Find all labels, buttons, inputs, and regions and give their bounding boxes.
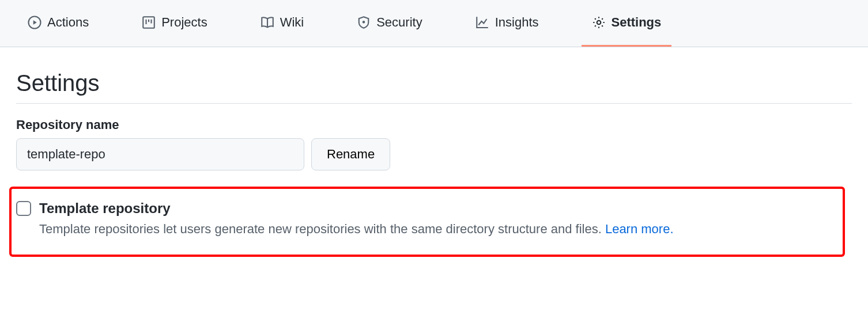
- repo-name-input[interactable]: [16, 138, 304, 170]
- tab-insights[interactable]: Insights: [465, 0, 549, 47]
- tab-settings[interactable]: Settings: [582, 0, 672, 47]
- template-repo-desc-text: Template repositories let users generate…: [39, 222, 605, 236]
- gear-icon: [592, 16, 606, 29]
- svg-rect-1: [143, 17, 154, 28]
- tab-security[interactable]: Security: [346, 0, 432, 47]
- tab-projects[interactable]: Projects: [131, 0, 217, 47]
- settings-main: Settings Repository name Rename Template…: [0, 47, 868, 291]
- tab-wiki[interactable]: Wiki: [250, 0, 315, 47]
- tab-label: Settings: [612, 15, 662, 30]
- tab-label: Actions: [47, 15, 89, 30]
- repo-tabnav: Actions Projects Wiki Security Insights …: [0, 0, 868, 47]
- shield-icon: [357, 16, 371, 29]
- svg-point-6: [363, 21, 364, 22]
- project-icon: [142, 16, 156, 29]
- template-repo-section: Template repository Template repositorie…: [9, 187, 845, 257]
- tab-actions[interactable]: Actions: [17, 0, 99, 47]
- template-repo-row: Template repository Template repositorie…: [16, 199, 838, 238]
- tab-label: Security: [376, 15, 422, 30]
- template-repo-description: Template repositories let users generate…: [39, 219, 674, 238]
- book-icon: [261, 16, 274, 29]
- template-repo-text: Template repository Template repositorie…: [39, 199, 674, 238]
- play-icon: [28, 16, 41, 29]
- tab-label: Wiki: [280, 15, 304, 30]
- template-repo-checkbox[interactable]: [16, 201, 31, 216]
- learn-more-link[interactable]: Learn more.: [605, 222, 674, 236]
- page-title: Settings: [16, 70, 852, 104]
- repo-name-row: Rename: [16, 138, 852, 170]
- tab-label: Insights: [495, 15, 539, 30]
- graph-icon: [475, 16, 489, 29]
- tab-label: Projects: [161, 15, 207, 30]
- template-repo-label: Template repository: [39, 199, 674, 217]
- rename-button[interactable]: Rename: [311, 138, 390, 170]
- repo-name-label: Repository name: [16, 117, 852, 132]
- svg-point-7: [597, 21, 601, 25]
